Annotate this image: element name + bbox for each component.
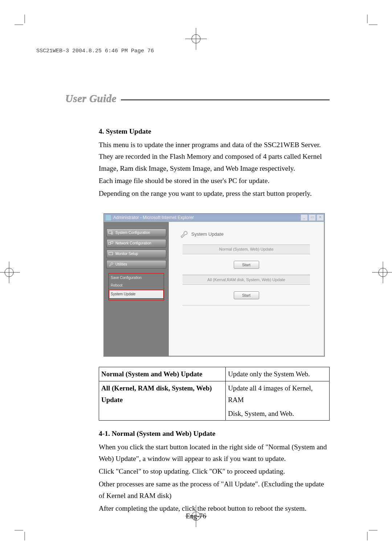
window-buttons: _ ▭ ✕ bbox=[301, 214, 324, 221]
sidebar-sub-reboot[interactable]: Reboot bbox=[110, 282, 163, 290]
sidebar-item-label: System Configuration bbox=[115, 230, 150, 236]
monitor-gear-icon bbox=[108, 231, 113, 235]
crop-mark-top-right bbox=[363, 15, 377, 29]
paragraph: This menu is to update the inner program… bbox=[99, 139, 330, 175]
table-cell-value: Disk, System, and Web. bbox=[226, 407, 330, 421]
page-number: Eng-76 bbox=[0, 512, 392, 520]
page: SSC21WEB-3 2004.8.25 6:46 PM Page 76 Use… bbox=[0, 0, 392, 555]
ie-icon bbox=[105, 215, 111, 221]
sidebar-item-system-config[interactable]: System Configuration bbox=[106, 228, 166, 237]
paragraph: Each image file should be stored in the … bbox=[99, 175, 330, 187]
sidebar-item-label: Network Configuration bbox=[115, 240, 151, 247]
paragraph: When you click the start button located … bbox=[99, 441, 330, 465]
subsection-heading: 4-1. Normal (System and Web) Update bbox=[99, 428, 330, 440]
sidebar-item-monitor-setup[interactable]: Monitor Setup bbox=[106, 250, 166, 258]
sidebar-highlight-box: Save Configuration Reboot System Update bbox=[109, 273, 164, 300]
sidebar-item-utilities[interactable]: Utilities bbox=[106, 260, 166, 269]
section-heading: 4. System Update bbox=[99, 126, 330, 138]
panel-title: All (Kernal,RAM disk, System, Web) Updat… bbox=[183, 275, 310, 284]
svg-rect-22 bbox=[109, 243, 111, 244]
update-panel-normal: Normal (System, Web) Update Start All (K… bbox=[183, 244, 310, 305]
sidebar-item-network-config[interactable]: Network Configuration bbox=[106, 239, 166, 248]
minimize-button[interactable]: _ bbox=[301, 214, 308, 221]
body: 4. System Update This menu is to update … bbox=[99, 126, 330, 514]
table-row: Normal (System and Web) Update Update on… bbox=[99, 367, 330, 381]
panel-title: Normal (System, Web) Update bbox=[183, 244, 310, 254]
paragraph: Depending on the range you want to updat… bbox=[99, 188, 330, 200]
svg-rect-20 bbox=[109, 231, 112, 234]
start-button-normal[interactable]: Start bbox=[234, 261, 259, 269]
content-area: User Guide 4. System Update This menu is… bbox=[73, 93, 330, 515]
table-cell-key: All (Kernel, RAM disk, System, Web) Upda… bbox=[99, 381, 226, 421]
table-cell-value: Update only the System Web. bbox=[226, 367, 330, 381]
update-type-table: Normal (System and Web) Update Update on… bbox=[99, 367, 330, 421]
registration-mark-top bbox=[185, 28, 207, 50]
crop-mark-bottom-left bbox=[15, 526, 29, 540]
banner-rule bbox=[121, 100, 330, 100]
svg-rect-24 bbox=[109, 252, 113, 255]
registration-mark-left bbox=[0, 262, 20, 283]
table-cell-key: Normal (System and Web) Update bbox=[99, 367, 226, 381]
sidebar-item-label: Monitor Setup bbox=[115, 251, 138, 257]
paragraph: Other processes are same as the process … bbox=[99, 478, 330, 502]
start-button-all[interactable]: Start bbox=[234, 291, 259, 299]
sidebar: System Configuration Network Configurati… bbox=[104, 222, 169, 356]
wrench-icon bbox=[108, 262, 113, 267]
crop-mark-top-left bbox=[15, 15, 29, 29]
wrench-icon bbox=[180, 230, 188, 238]
slugline: SSC21WEB-3 2004.8.25 6:46 PM Page 76 bbox=[36, 48, 154, 54]
user-guide-title: User Guide bbox=[65, 93, 121, 105]
embedded-browser-window: Administrator - Microsoft Internet Explo… bbox=[103, 213, 325, 357]
maximize-button[interactable]: ▭ bbox=[309, 214, 316, 221]
network-icon bbox=[108, 241, 113, 246]
close-button[interactable]: ✕ bbox=[317, 214, 324, 221]
browser-body: System Configuration Network Configurati… bbox=[104, 222, 324, 356]
monitor-icon bbox=[108, 252, 113, 256]
paragraph: Click "Cancel" to stop updating. Click "… bbox=[99, 466, 330, 478]
sidebar-item-label: Utilities bbox=[115, 262, 127, 268]
user-guide-banner: User Guide bbox=[65, 93, 330, 105]
sidebar-sub-save-config[interactable]: Save Configuration bbox=[110, 274, 163, 282]
main-title: System Update bbox=[191, 230, 224, 238]
window-title: Administrator - Microsoft Internet Explo… bbox=[113, 214, 301, 221]
main-header: System Update bbox=[169, 222, 324, 238]
sidebar-sub-system-update[interactable]: System Update bbox=[109, 290, 164, 299]
crop-mark-bottom-right bbox=[363, 526, 377, 540]
titlebar: Administrator - Microsoft Internet Explo… bbox=[104, 214, 324, 222]
svg-rect-23 bbox=[111, 242, 113, 243]
main-panel: System Update Normal (System, Web) Updat… bbox=[169, 222, 324, 356]
table-cell-value: Update all 4 images of Kernel, RAM bbox=[226, 381, 330, 407]
sidebar-sublist: Save Configuration Reboot System Update bbox=[106, 271, 166, 301]
table-row: All (Kernel, RAM disk, System, Web) Upda… bbox=[99, 381, 330, 407]
registration-mark-right bbox=[372, 262, 392, 283]
